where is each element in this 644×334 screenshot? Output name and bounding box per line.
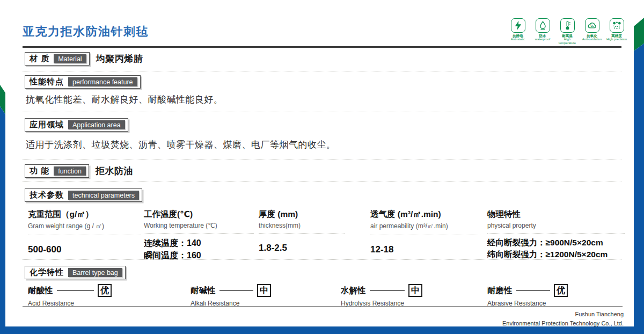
section-label-cn: 性能特点 xyxy=(30,77,64,87)
param-value: 500-600 xyxy=(28,244,141,255)
section-label-performance: 性能特点 performance feature xyxy=(25,75,141,89)
application-body: 适用于洗涤剂、垃圾焚烧、沥青、喷雾干燥器、煤磨、电厂等烟气的收尘。 xyxy=(26,139,336,151)
bottom-blue-bar xyxy=(0,326,644,334)
chem-alkali-resistance: 耐碱性 中 Alkali Resistance xyxy=(191,284,271,307)
param-name-en: Working temperature (℃) xyxy=(144,222,254,229)
left-blue-accent xyxy=(0,106,5,334)
chem-rating-badge: 优 xyxy=(554,284,568,297)
badge-anti-oxidation: O₂ 抗氧化 Anti-oxidation xyxy=(581,18,603,49)
param-air-permeability: 透气度 (m³/㎡.min) air permeability (m³/㎡.mi… xyxy=(370,209,480,255)
badge-label-en: High precision xyxy=(606,38,627,41)
divider xyxy=(23,259,621,260)
badge-label-en: Anti-oxidation xyxy=(582,38,602,41)
badge-label-en: waterproof xyxy=(535,38,550,41)
badge-anti-static: 抗静电 Anti-static xyxy=(507,18,529,49)
param-gram-weight: 克重范围（g/㎡） Gram weight range (g / ㎡) 500-… xyxy=(28,209,141,255)
title-divider xyxy=(23,46,621,48)
section-label-cn: 技术参数 xyxy=(30,190,64,200)
chem-name-cn: 耐磨性 xyxy=(487,285,513,296)
chem-hydrolysis-resistance: 水解性 中 Hydrolysis Resistance xyxy=(341,284,422,307)
param-value-line1: 连续温度：140 xyxy=(144,237,254,249)
badge-waterproof: 防水 waterproof xyxy=(531,18,554,49)
section-application: 应用领域 Application area xyxy=(25,118,128,132)
section-label-en: function xyxy=(54,166,86,176)
section-technical: 技术参数 technical parameters xyxy=(25,188,142,202)
param-value-line2: 纬向断裂强力：≥1200N/5×20cm xyxy=(487,249,625,260)
chem-abrasive-resistance: 耐磨性 优 Abrasive Resistance xyxy=(487,284,568,307)
footer-divider xyxy=(23,306,623,307)
param-divider xyxy=(28,235,141,235)
section-label-en: Material xyxy=(54,54,86,63)
company-footer: Fushun Tiancheng Environmental Protectio… xyxy=(502,310,624,328)
divider xyxy=(23,181,621,182)
section-label-cn: 材 质 xyxy=(30,54,49,64)
chem-connector-line xyxy=(219,290,254,291)
badge-label-cn: 抗氧化 xyxy=(587,34,597,38)
section-function: 功 能 function 拒水防油 xyxy=(25,164,133,178)
section-label-technical: 技术参数 technical parameters xyxy=(25,188,142,202)
droplet-icon xyxy=(536,18,550,33)
performance-body: 抗氧化性能差、耐水解良好、耐酸碱性能良好。 xyxy=(26,93,223,106)
param-name-en: physical property xyxy=(487,222,625,229)
param-physical-property: 物理特性 physical property 经向断裂强力：≥900N/5×20… xyxy=(487,209,625,260)
footer-line1: Fushun Tiancheng xyxy=(502,310,624,319)
param-name-cn: 厚度 (mm) xyxy=(259,209,345,220)
param-name-cn: 透气度 (m³/㎡.min) xyxy=(370,209,480,220)
chem-acid-resistance: 耐酸性 优 Acid Resistance xyxy=(28,284,112,307)
section-label-cn: 功 能 xyxy=(30,166,49,176)
footer-line2: Environmental Protection Technology Co.,… xyxy=(502,319,624,328)
param-value: 12-18 xyxy=(370,244,480,255)
chem-name-cn: 水解性 xyxy=(341,285,366,296)
chem-connector-line xyxy=(57,290,94,291)
badge-label-cn: 耐高温 xyxy=(562,34,573,38)
chem-rating-badge: 中 xyxy=(408,284,422,297)
param-divider xyxy=(259,233,345,234)
section-chemical: 化学特性 Barrel type bag xyxy=(25,266,126,279)
chem-rating-badge: 优 xyxy=(98,284,112,297)
page-title: 亚克力拒水防油针刺毡 xyxy=(23,24,149,40)
section-label-en: performance feature xyxy=(68,77,137,86)
divider xyxy=(23,71,621,71)
param-value-line1: 经向断裂强力：≥900N/5×20cm xyxy=(487,237,625,249)
chem-connector-line xyxy=(370,290,405,291)
divider xyxy=(23,112,621,112)
product-spec-page: 亚克力拒水防油针刺毡 抗静电 Anti-static 防水 waterproof xyxy=(0,0,644,334)
section-label-application: 应用领域 Application area xyxy=(25,118,128,132)
chem-connector-line xyxy=(516,290,551,291)
chem-rating-badge: 中 xyxy=(257,284,271,297)
param-divider xyxy=(487,233,625,234)
divider xyxy=(23,159,621,159)
dots-icon xyxy=(610,18,624,33)
svg-text:O₂: O₂ xyxy=(590,24,594,27)
param-name-en: thickness(mm) xyxy=(259,222,345,229)
param-divider xyxy=(370,235,480,235)
param-working-temperature: 工作温度(℃) Working temperature (℃) 连续温度：140… xyxy=(144,209,254,262)
section-material: 材 质 Material 均聚丙烯腈 xyxy=(25,52,143,66)
param-name-cn: 物理特性 xyxy=(487,209,625,220)
function-value: 拒水防油 xyxy=(96,165,133,177)
param-thickness: 厚度 (mm) thickness(mm) 1.8-2.5 xyxy=(259,209,345,253)
right-blue-accent xyxy=(634,43,644,334)
badge-label-cn: 防水 xyxy=(539,34,546,38)
section-label-cn: 化学特性 xyxy=(30,267,64,278)
thermometer-icon xyxy=(560,18,575,33)
param-value: 1.8-2.5 xyxy=(259,243,345,253)
section-label-en: technical parameters xyxy=(68,191,139,200)
badge-high-precision: 高精度 High precision xyxy=(605,18,628,49)
badge-label-en: Anti-static xyxy=(511,38,525,41)
section-label-material: 材 质 Material xyxy=(25,52,90,66)
section-performance: 性能特点 performance feature xyxy=(25,75,141,89)
section-label-cn: 应用领域 xyxy=(30,120,64,130)
param-name-en: air permeability (m³/㎡.min) xyxy=(370,222,480,231)
cloud-o2-icon: O₂ xyxy=(585,18,599,33)
lightning-icon xyxy=(511,18,525,33)
section-label-function: 功 能 function xyxy=(25,164,89,178)
badge-label-cn: 高精度 xyxy=(611,34,622,38)
badge-label-cn: 抗静电 xyxy=(513,34,523,38)
param-name-en: Gram weight range (g / ㎡) xyxy=(28,222,141,231)
material-value: 均聚丙烯腈 xyxy=(96,53,143,65)
param-name-cn: 工作温度(℃) xyxy=(144,209,254,220)
section-label-en: Application area xyxy=(68,120,125,129)
chem-name-cn: 耐酸性 xyxy=(28,285,53,296)
feature-badges: 抗静电 Anti-static 防水 waterproof 耐高温 xyxy=(507,18,628,49)
